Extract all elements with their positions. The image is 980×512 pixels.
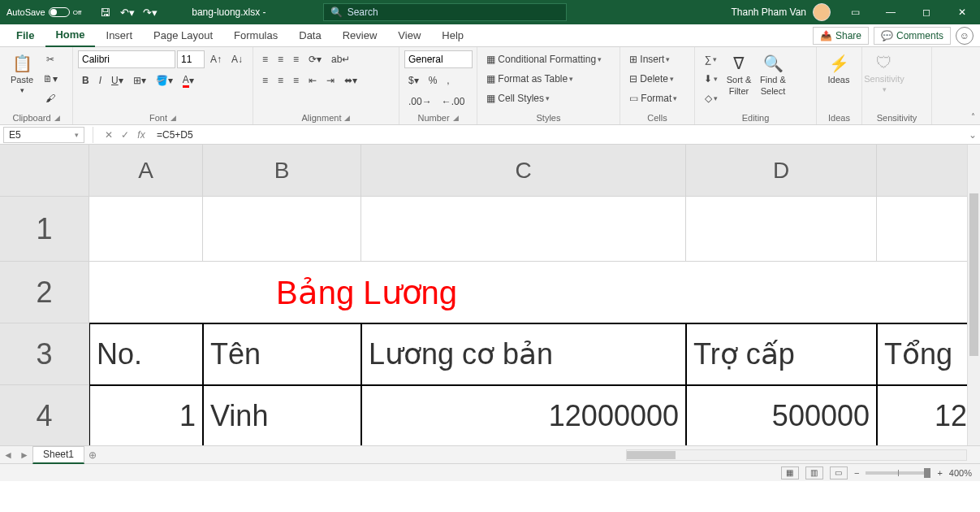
row-header-2[interactable]: 2 (0, 262, 89, 323)
collapse-ribbon-icon[interactable]: ˄ (971, 112, 975, 121)
fx-icon[interactable]: fx (134, 129, 149, 141)
ribbon-options-icon[interactable]: ▭ (837, 0, 873, 24)
close-icon[interactable]: ✕ (944, 0, 980, 24)
autosave-toggle[interactable]: AutoSave Off (0, 7, 88, 17)
tab-home[interactable]: Home (45, 24, 94, 47)
tab-view[interactable]: View (388, 24, 430, 47)
number-format-select[interactable] (404, 50, 473, 68)
cell-a4[interactable]: 1 (89, 385, 203, 445)
font-color-icon[interactable]: A▾ (179, 72, 198, 89)
col-header-e[interactable] (877, 145, 974, 197)
feedback-icon[interactable]: ☺ (956, 27, 974, 45)
indent-increase-icon[interactable]: ⇥ (322, 72, 339, 89)
italic-button[interactable]: I (95, 72, 106, 89)
sheet-nav-next-icon[interactable]: ► (16, 449, 32, 461)
ideas-button[interactable]: ⚡Ideas (822, 50, 856, 88)
font-size-input[interactable] (177, 50, 205, 68)
expand-formula-bar-icon[interactable]: ⌄ (965, 129, 980, 141)
cell-d1[interactable] (686, 197, 877, 262)
align-left-icon[interactable]: ≡ (258, 72, 272, 89)
font-name-input[interactable] (78, 50, 175, 68)
cell-b3[interactable]: Tên (203, 323, 361, 385)
cell-styles-button[interactable]: ▦ Cell Styles (482, 89, 554, 107)
find-select-button[interactable]: 🔍Find &Select (756, 50, 790, 99)
cell-b1[interactable] (203, 197, 361, 262)
indent-decrease-icon[interactable]: ⇤ (304, 72, 321, 89)
title-cell[interactable]: Bảng Lương (89, 262, 974, 323)
maximize-icon[interactable]: ◻ (909, 0, 944, 24)
vertical-scrollbar[interactable] (967, 145, 980, 445)
align-right-icon[interactable]: ≡ (289, 72, 303, 89)
decrease-decimal-icon[interactable]: ←.00 (438, 93, 469, 111)
sort-filter-button[interactable]: ᐁSort &Filter (722, 50, 756, 99)
autosum-icon[interactable]: ∑ (700, 50, 722, 68)
cancel-formula-icon[interactable]: ✕ (101, 129, 116, 141)
delete-cells-button[interactable]: ⊟ Delete (625, 70, 678, 88)
sheet-tab[interactable]: Sheet1 (32, 446, 84, 464)
format-cells-button[interactable]: ▭ Format (625, 89, 681, 107)
row-header-4[interactable]: 4 (0, 385, 89, 445)
col-header-b[interactable]: B (203, 145, 361, 197)
conditional-formatting-button[interactable]: ▦ Conditional Formatting (482, 50, 606, 68)
increase-font-icon[interactable]: A↑ (206, 50, 226, 68)
font-launcher-icon[interactable]: ◢ (171, 114, 176, 122)
number-launcher-icon[interactable]: ◢ (453, 114, 459, 122)
cell-a3[interactable]: No. (89, 323, 203, 385)
cell-e4[interactable]: 12 (877, 385, 974, 445)
page-break-view-icon[interactable]: ▭ (830, 466, 848, 479)
spreadsheet-grid[interactable]: A B C D 1 2 Bảng Lương 3 No. Tên Lương c… (0, 145, 980, 445)
cell-d3[interactable]: Trợ cấp (686, 323, 877, 385)
tab-file[interactable]: File (6, 24, 44, 47)
cell-b4[interactable]: Vinh (203, 385, 361, 445)
minimize-icon[interactable]: — (873, 0, 909, 24)
cell-e1[interactable] (877, 197, 974, 262)
zoom-level[interactable]: 400% (949, 468, 972, 478)
currency-icon[interactable]: $▾ (404, 72, 423, 89)
user-area[interactable]: Thanh Pham Van (724, 3, 837, 21)
comma-icon[interactable]: , (443, 72, 453, 89)
page-layout-view-icon[interactable]: ▥ (805, 466, 823, 479)
cell-a1[interactable] (89, 197, 203, 262)
insert-cells-button[interactable]: ⊞ Insert (625, 50, 674, 68)
col-header-c[interactable]: C (361, 145, 686, 197)
enter-formula-icon[interactable]: ✓ (118, 129, 132, 141)
sensitivity-button[interactable]: 🛡Sensitivity▾ (867, 50, 901, 97)
undo-icon[interactable]: ↶▾ (117, 3, 138, 21)
new-sheet-icon[interactable]: ⊕ (84, 449, 101, 461)
cell-d4[interactable]: 500000 (686, 385, 877, 445)
clear-icon[interactable]: ◇ (700, 89, 722, 107)
align-center-icon[interactable]: ≡ (274, 72, 287, 89)
formula-input[interactable]: =C5+D5 (152, 129, 965, 141)
row-header-3[interactable]: 3 (0, 323, 89, 385)
sheet-nav-prev-icon[interactable]: ◄ (0, 449, 16, 461)
save-icon[interactable]: 🖫 (94, 3, 115, 21)
fill-icon[interactable]: ⬇ (700, 70, 722, 88)
redo-icon[interactable]: ↷▾ (140, 3, 161, 21)
underline-button[interactable]: U▾ (107, 72, 127, 89)
bold-button[interactable]: B (78, 72, 93, 89)
zoom-in-icon[interactable]: + (937, 468, 942, 478)
align-top-icon[interactable]: ≡ (258, 50, 272, 68)
select-all-corner[interactable] (0, 145, 89, 197)
cell-e3[interactable]: Tổng (877, 323, 974, 385)
orientation-icon[interactable]: ⟳▾ (304, 50, 326, 68)
cell-c4[interactable]: 12000000 (361, 385, 686, 445)
name-box[interactable]: E5▾ (3, 127, 84, 143)
paste-button[interactable]: 📋Paste▾ (5, 50, 39, 98)
horizontal-scrollbar[interactable] (626, 449, 967, 461)
align-bottom-icon[interactable]: ≡ (289, 50, 303, 68)
tab-insert[interactable]: Insert (97, 24, 143, 47)
align-middle-icon[interactable]: ≡ (274, 50, 287, 68)
fill-color-icon[interactable]: 🪣▾ (152, 72, 177, 89)
normal-view-icon[interactable]: ▦ (781, 466, 799, 479)
col-header-a[interactable]: A (89, 145, 203, 197)
cut-icon[interactable]: ✂ (39, 50, 62, 68)
increase-decimal-icon[interactable]: .00→ (404, 93, 436, 111)
format-as-table-button[interactable]: ▦ Format as Table (482, 70, 577, 88)
tab-help[interactable]: Help (432, 24, 473, 47)
merge-icon[interactable]: ⬌▾ (340, 72, 361, 89)
copy-icon[interactable]: 🗎▾ (39, 70, 62, 88)
format-painter-icon[interactable]: 🖌 (39, 89, 62, 107)
row-header-1[interactable]: 1 (0, 197, 89, 262)
comments-button[interactable]: 💬Comments (874, 27, 951, 45)
